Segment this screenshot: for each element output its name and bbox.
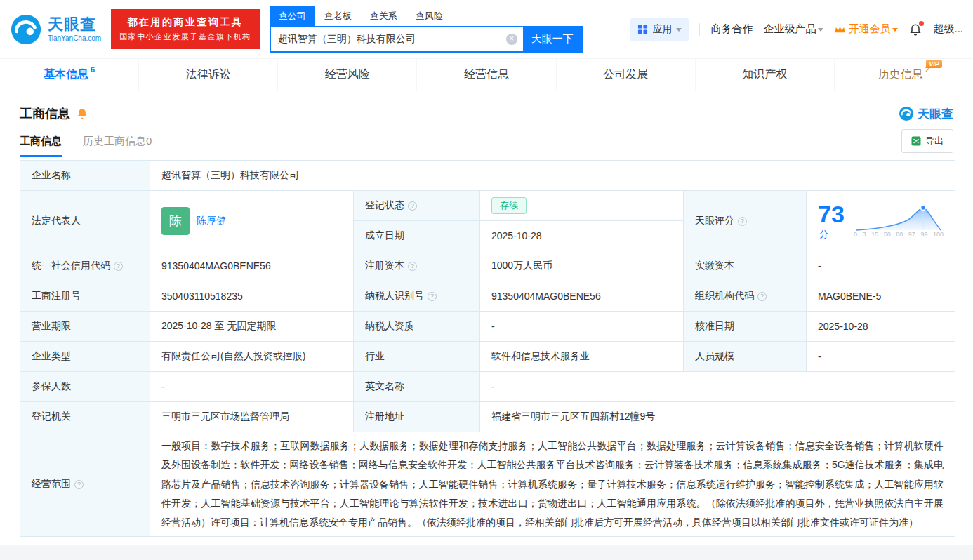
legal-rep-avatar[interactable]: 陈 — [161, 207, 190, 235]
tab-operation-info[interactable]: 经营信息 — [416, 59, 555, 91]
value-business-scope: 一般项目：数字技术服务；互联网数据服务；大数据服务；数据处理和存储支持服务；人工… — [150, 432, 955, 537]
value-reg-address: 福建省三明市三元区五四新村12幢9号 — [480, 402, 955, 432]
field-value: 1000万人民币 — [491, 260, 552, 271]
field-label: 经营范围 — [32, 478, 71, 489]
field-value: 2025-10-28 至 无固定期限 — [161, 320, 276, 331]
label-reg-capital: 注册资本 — [354, 251, 480, 281]
tab-label: 基本信息 — [44, 67, 88, 82]
divider — [699, 23, 700, 36]
search-tab-risk[interactable]: 查风险 — [406, 6, 452, 26]
info-icon[interactable] — [757, 292, 767, 301]
field-value: 2025-10-28 — [491, 230, 542, 241]
menu-enterprise-products[interactable]: 企业级产品 — [763, 22, 823, 36]
score-distribution-chart: 0 3 15 50 80 97 99 100 — [854, 204, 944, 238]
tab-legal-litigation[interactable]: 法律诉讼 — [138, 59, 277, 91]
value-score[interactable]: 73分 — [807, 191, 955, 251]
subtab-business-info[interactable]: 工商信息 — [20, 125, 62, 157]
score-curve-icon — [854, 204, 944, 232]
info-icon[interactable] — [428, 292, 437, 301]
field-label: 成立日期 — [365, 229, 404, 241]
info-icon[interactable] — [738, 217, 747, 226]
label-reg-number: 工商注册号 — [20, 281, 150, 312]
tick-label: 80 — [896, 231, 903, 238]
crown-icon — [834, 25, 846, 34]
field-label: 组织机构代码 — [695, 290, 754, 301]
notification-bell[interactable] — [908, 22, 922, 36]
export-button[interactable]: 导出 — [901, 129, 953, 153]
subtab-history-business-info[interactable]: 历史工商信息0 — [83, 125, 152, 157]
label-paid-capital: 实缴资本 — [684, 251, 807, 281]
field-label: 注册地址 — [365, 411, 404, 422]
search-tab-relation[interactable]: 查关系 — [361, 6, 406, 26]
tab-label: 法律诉讼 — [186, 67, 231, 82]
search-tab-boss[interactable]: 查老板 — [315, 6, 361, 26]
vip-badge: VIP — [926, 60, 942, 68]
tab-history-info[interactable]: 历史信息 VIP 2 — [834, 59, 973, 91]
tab-intellectual-property[interactable]: 知识产权 — [695, 59, 834, 91]
label-taxpayer-id: 纳税人识别号 — [354, 281, 480, 312]
field-label: 核准日期 — [695, 320, 734, 331]
field-label: 天眼评分 — [695, 215, 734, 226]
table-row: 营业期限 2025-10-28 至 无固定期限 纳税人资质 - 核准日期 202… — [20, 312, 955, 342]
field-label: 注册资本 — [365, 260, 404, 271]
menu-vip[interactable]: 开通会员 — [834, 22, 898, 36]
label-taxpayer-quality: 纳税人资质 — [354, 312, 480, 342]
label-business-term: 营业期限 — [20, 312, 150, 342]
tab-basic-info[interactable]: 基本信息 6 — [0, 59, 138, 91]
field-value: 一般项目：数字技术服务；互联网数据服务；大数据服务；数据处理和存储支持服务；人工… — [161, 440, 944, 528]
table-row: 工商注册号 350403110518235 纳税人识别号 91350404MAG… — [20, 281, 955, 312]
field-label: 行业 — [365, 350, 385, 361]
legal-rep-link[interactable]: 陈厚健 — [197, 215, 226, 227]
top-header: 天眼查 TianYanCha.com 都在用的商业查询工具 国家中小企业发展子基… — [0, 0, 973, 58]
field-label: 人员规模 — [695, 350, 734, 361]
value-taxpayer-id: 91350404MAG0BENE56 — [480, 281, 684, 312]
label-credit-code: 统一社会信用代码 — [20, 251, 150, 281]
tick-label: 97 — [908, 231, 915, 238]
label-established-date: 成立日期 — [354, 221, 480, 251]
value-insured-count: - — [150, 372, 354, 402]
menu-cooperation[interactable]: 商务合作 — [710, 22, 753, 36]
field-label: 营业期限 — [32, 320, 71, 331]
tick-label: 50 — [884, 231, 891, 238]
value-english-name: - — [480, 372, 955, 402]
info-icon[interactable] — [408, 201, 417, 211]
tab-operation-risk[interactable]: 经营风险 — [277, 59, 416, 91]
tick-label: 3 — [863, 231, 866, 238]
field-value: 91350404MAG0BENE56 — [161, 260, 271, 272]
menu-super[interactable]: 超级... — [933, 22, 963, 36]
label-reg-address: 注册地址 — [354, 402, 480, 432]
table-row: 统一社会信用代码 91350404MAG0BENE56 注册资本 1000万人民… — [20, 251, 955, 281]
tab-label: 经营信息 — [464, 67, 509, 82]
label-company-type: 企业类型 — [20, 342, 150, 372]
label-staff-size: 人员规模 — [684, 342, 807, 372]
tick-label: 15 — [871, 231, 878, 238]
tianyancha-logo-icon — [10, 13, 42, 46]
tab-count: 6 — [91, 65, 95, 74]
clear-icon[interactable]: × — [506, 34, 517, 45]
apps-button[interactable]: 应用 — [630, 18, 689, 41]
excel-icon — [911, 136, 921, 146]
field-label: 参保人数 — [32, 380, 71, 392]
search-box: × 天眼一下 — [270, 26, 583, 53]
site-logo[interactable]: 天眼查 TianYanCha.com — [10, 13, 101, 46]
tab-company-development[interactable]: 公司发展 — [556, 59, 695, 91]
value-company-type: 有限责任公司(自然人投资或控股) — [150, 342, 354, 372]
table-row: 经营范围 一般项目：数字技术服务；互联网数据服务；大数据服务；数据处理和存储支持… — [20, 432, 955, 537]
subtab-label: 工商信息 — [20, 135, 62, 148]
monitor-bell-icon[interactable] — [76, 107, 88, 120]
info-icon[interactable] — [408, 262, 417, 271]
search-tab-company[interactable]: 查公司 — [270, 6, 315, 26]
value-company-name: 超讯智算（三明）科技有限公司 — [150, 161, 955, 191]
info-icon[interactable] — [114, 262, 123, 271]
value-taxpayer-quality: - — [480, 312, 684, 342]
label-industry: 行业 — [354, 342, 480, 372]
field-value: 有限责任公司(自然人投资或控股) — [161, 350, 305, 361]
enterprise-products-label: 企业级产品 — [763, 22, 816, 36]
info-icon[interactable] — [74, 480, 84, 489]
field-value: 91350404MAG0BENE56 — [491, 291, 601, 302]
search-button[interactable]: 天眼一下 — [523, 27, 582, 51]
table-row: 企业名称 超讯智算（三明）科技有限公司 — [20, 161, 955, 191]
score-axis-ticks: 0 3 15 50 80 97 99 100 — [854, 231, 944, 238]
search-input[interactable] — [271, 27, 523, 51]
label-insured-count: 参保人数 — [20, 372, 150, 402]
